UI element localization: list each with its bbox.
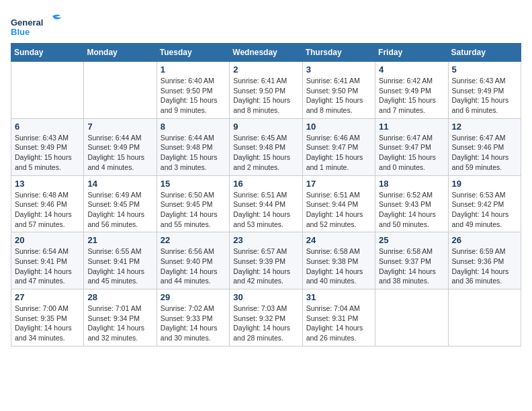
calendar-cell [448, 289, 521, 347]
calendar-cell: 10Sunrise: 6:46 AMSunset: 9:47 PMDayligh… [302, 118, 375, 175]
day-number: 31 [306, 292, 371, 302]
calendar-cell: 12Sunrise: 6:47 AMSunset: 9:46 PMDayligh… [448, 118, 521, 175]
calendar-cell: 24Sunrise: 6:58 AMSunset: 9:38 PMDayligh… [302, 232, 375, 289]
day-info: Sunrise: 6:51 AMSunset: 9:44 PMDaylight:… [306, 190, 371, 230]
calendar-week-row: 6Sunrise: 6:43 AMSunset: 9:49 PMDaylight… [11, 118, 521, 175]
calendar-cell: 16Sunrise: 6:51 AMSunset: 9:44 PMDayligh… [230, 175, 302, 232]
calendar-cell: 20Sunrise: 6:54 AMSunset: 9:41 PMDayligh… [11, 232, 84, 289]
weekday-header: Wednesday [230, 44, 302, 62]
calendar-cell: 30Sunrise: 7:03 AMSunset: 9:32 PMDayligh… [230, 289, 302, 347]
day-info: Sunrise: 6:43 AMSunset: 9:49 PMDaylight:… [15, 133, 80, 173]
calendar-cell: 25Sunrise: 6:58 AMSunset: 9:37 PMDayligh… [375, 232, 448, 289]
weekday-header: Saturday [448, 44, 521, 62]
calendar-cell: 26Sunrise: 6:59 AMSunset: 9:36 PMDayligh… [448, 232, 521, 289]
day-info: Sunrise: 7:03 AMSunset: 9:32 PMDaylight:… [233, 304, 298, 343]
day-number: 4 [379, 64, 444, 75]
day-info: Sunrise: 6:50 AMSunset: 9:45 PMDaylight:… [161, 190, 226, 230]
weekday-header: Tuesday [157, 44, 229, 62]
day-info: Sunrise: 6:44 AMSunset: 9:49 PMDaylight:… [87, 133, 152, 173]
day-number: 27 [15, 292, 80, 302]
day-info: Sunrise: 6:47 AMSunset: 9:46 PMDaylight:… [452, 133, 517, 173]
page-header: General Blue [11, 11, 521, 38]
day-number: 12 [452, 122, 517, 132]
day-number: 1 [161, 64, 226, 75]
calendar-cell: 18Sunrise: 6:52 AMSunset: 9:43 PMDayligh… [375, 175, 448, 232]
calendar-cell: 17Sunrise: 6:51 AMSunset: 9:44 PMDayligh… [302, 175, 375, 232]
day-number: 24 [306, 235, 371, 245]
day-number: 9 [233, 122, 298, 132]
day-number: 7 [87, 122, 152, 132]
calendar-cell: 2Sunrise: 6:41 AMSunset: 9:50 PMDaylight… [230, 62, 302, 119]
day-info: Sunrise: 6:52 AMSunset: 9:43 PMDaylight:… [379, 190, 444, 230]
calendar-week-row: 20Sunrise: 6:54 AMSunset: 9:41 PMDayligh… [11, 232, 521, 289]
calendar-cell: 28Sunrise: 7:01 AMSunset: 9:34 PMDayligh… [84, 289, 157, 347]
day-info: Sunrise: 6:56 AMSunset: 9:40 PMDaylight:… [161, 246, 226, 286]
weekday-header: Sunday [11, 44, 84, 62]
day-info: Sunrise: 6:49 AMSunset: 9:45 PMDaylight:… [87, 190, 152, 230]
day-number: 19 [452, 179, 517, 189]
day-info: Sunrise: 6:48 AMSunset: 9:46 PMDaylight:… [15, 190, 80, 230]
calendar-cell: 27Sunrise: 7:00 AMSunset: 9:35 PMDayligh… [11, 289, 84, 347]
calendar-cell: 29Sunrise: 7:02 AMSunset: 9:33 PMDayligh… [157, 289, 229, 347]
calendar-cell: 9Sunrise: 6:45 AMSunset: 9:48 PMDaylight… [230, 118, 302, 175]
day-number: 3 [306, 64, 371, 75]
day-number: 6 [15, 122, 80, 132]
calendar-cell: 19Sunrise: 6:53 AMSunset: 9:42 PMDayligh… [448, 175, 521, 232]
calendar-cell [375, 289, 448, 347]
calendar-cell: 3Sunrise: 6:41 AMSunset: 9:50 PMDaylight… [302, 62, 375, 119]
day-number: 10 [306, 122, 371, 132]
calendar-cell: 11Sunrise: 6:47 AMSunset: 9:47 PMDayligh… [375, 118, 448, 175]
calendar-cell: 15Sunrise: 6:50 AMSunset: 9:45 PMDayligh… [157, 175, 229, 232]
day-number: 2 [233, 64, 298, 75]
calendar-cell: 8Sunrise: 6:44 AMSunset: 9:48 PMDaylight… [157, 118, 229, 175]
weekday-header: Thursday [302, 44, 375, 62]
calendar-week-row: 1Sunrise: 6:40 AMSunset: 9:50 PMDaylight… [11, 62, 521, 119]
day-number: 5 [452, 64, 517, 75]
calendar-week-row: 13Sunrise: 6:48 AMSunset: 9:46 PMDayligh… [11, 175, 521, 232]
day-info: Sunrise: 6:59 AMSunset: 9:36 PMDaylight:… [452, 246, 517, 286]
day-info: Sunrise: 6:44 AMSunset: 9:48 PMDaylight:… [161, 133, 226, 173]
calendar-cell: 21Sunrise: 6:55 AMSunset: 9:41 PMDayligh… [84, 232, 157, 289]
day-info: Sunrise: 6:42 AMSunset: 9:49 PMDaylight:… [379, 76, 444, 116]
day-info: Sunrise: 6:51 AMSunset: 9:44 PMDaylight:… [233, 190, 298, 230]
calendar-cell: 5Sunrise: 6:43 AMSunset: 9:49 PMDaylight… [448, 62, 521, 119]
logo: General Blue [11, 11, 78, 38]
calendar-cell: 7Sunrise: 6:44 AMSunset: 9:49 PMDaylight… [84, 118, 157, 175]
day-number: 8 [161, 122, 226, 132]
svg-text:Blue: Blue [11, 27, 30, 37]
day-number: 25 [379, 235, 444, 245]
day-info: Sunrise: 6:47 AMSunset: 9:47 PMDaylight:… [379, 133, 444, 173]
calendar-cell: 4Sunrise: 6:42 AMSunset: 9:49 PMDaylight… [375, 62, 448, 119]
day-info: Sunrise: 7:01 AMSunset: 9:34 PMDaylight:… [87, 304, 152, 343]
day-info: Sunrise: 6:57 AMSunset: 9:39 PMDaylight:… [233, 246, 298, 286]
day-info: Sunrise: 6:43 AMSunset: 9:49 PMDaylight:… [452, 76, 517, 116]
day-info: Sunrise: 6:53 AMSunset: 9:42 PMDaylight:… [452, 190, 517, 230]
day-info: Sunrise: 6:54 AMSunset: 9:41 PMDaylight:… [15, 246, 80, 286]
calendar-cell: 6Sunrise: 6:43 AMSunset: 9:49 PMDaylight… [11, 118, 84, 175]
day-number: 15 [161, 179, 226, 189]
day-number: 18 [379, 179, 444, 189]
day-number: 21 [87, 235, 152, 245]
day-number: 26 [452, 235, 517, 245]
calendar-table: SundayMondayTuesdayWednesdayThursdayFrid… [11, 43, 521, 347]
day-info: Sunrise: 6:41 AMSunset: 9:50 PMDaylight:… [233, 76, 298, 116]
day-info: Sunrise: 6:58 AMSunset: 9:37 PMDaylight:… [379, 246, 444, 286]
day-number: 23 [233, 235, 298, 245]
day-number: 20 [15, 235, 80, 245]
day-number: 14 [87, 179, 152, 189]
calendar-cell [11, 62, 84, 119]
day-number: 16 [233, 179, 298, 189]
day-number: 11 [379, 122, 444, 132]
calendar-cell: 13Sunrise: 6:48 AMSunset: 9:46 PMDayligh… [11, 175, 84, 232]
svg-text:General: General [11, 17, 43, 28]
day-number: 28 [87, 292, 152, 302]
day-info: Sunrise: 6:41 AMSunset: 9:50 PMDaylight:… [306, 76, 371, 116]
calendar-cell [84, 62, 157, 119]
calendar-week-row: 27Sunrise: 7:00 AMSunset: 9:35 PMDayligh… [11, 289, 521, 347]
calendar-cell: 22Sunrise: 6:56 AMSunset: 9:40 PMDayligh… [157, 232, 229, 289]
weekday-header: Monday [84, 44, 157, 62]
day-number: 29 [161, 292, 226, 302]
day-info: Sunrise: 6:58 AMSunset: 9:38 PMDaylight:… [306, 246, 371, 286]
day-info: Sunrise: 6:55 AMSunset: 9:41 PMDaylight:… [87, 246, 152, 286]
day-number: 30 [233, 292, 298, 302]
